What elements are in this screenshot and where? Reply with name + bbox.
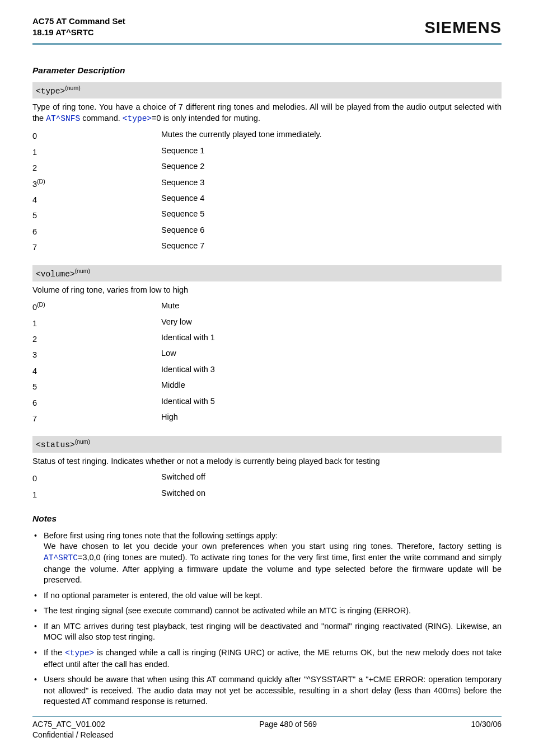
param-volume-desc: Volume of ring tone, varies from low to … (32, 285, 502, 296)
key: 4 (32, 367, 37, 375)
footer-page-number: Page 480 of 569 (259, 719, 317, 730)
val: Sequence 2 (161, 159, 502, 175)
val: Identical with 5 (161, 395, 502, 410)
text: If the (44, 648, 65, 657)
val: Very low (161, 315, 502, 331)
val: Switched off (161, 470, 502, 486)
val: Sequence 7 (161, 239, 502, 255)
table-row: 0Switched off (32, 470, 502, 486)
section-heading-param: Parameter Description (32, 65, 502, 77)
table-row: 4Sequence 4 (32, 191, 502, 207)
param-sup-type: (num) (65, 84, 80, 91)
text: Before first using ring tones note that … (44, 531, 278, 540)
val: Mute (161, 299, 502, 314)
key: 4 (32, 195, 37, 204)
text: We have chosen to let you decide your ow… (44, 542, 502, 551)
key: 6 (32, 398, 37, 407)
table-status: 0Switched off 1Switched on (32, 470, 502, 502)
key: 1 (32, 490, 37, 499)
sup: (D) (37, 301, 45, 308)
key: 0 (32, 132, 37, 140)
val: Sequence 4 (161, 191, 502, 207)
val: Sequence 5 (161, 207, 502, 223)
header-title-block: AC75 AT Command Set 18.19 AT^SRTC (32, 16, 125, 39)
footer-date: 10/30/06 (471, 719, 502, 730)
key: 0 (32, 474, 37, 483)
table-row: 3Low (32, 346, 502, 362)
link-at-srtc[interactable]: AT^SRTC (44, 553, 78, 562)
table-row: 0(D)Mute (32, 299, 502, 314)
val: Identical with 3 (161, 363, 502, 378)
footer-confidentiality: Confidential / Released (32, 730, 502, 740)
param-bar-type: <type>(num) (32, 82, 502, 98)
param-name-type: <type> (36, 87, 65, 96)
link-type-ref[interactable]: <type> (123, 114, 152, 123)
key: 1 (32, 148, 37, 157)
val: Identical with 1 (161, 331, 502, 346)
list-item: The test ringing signal (see execute com… (32, 605, 502, 617)
key: 5 (32, 211, 37, 220)
key: 7 (32, 414, 37, 423)
param-sup-status: (num) (75, 438, 90, 445)
table-row: 5Middle (32, 378, 502, 394)
key: 1 (32, 319, 37, 328)
val: Sequence 3 (161, 176, 502, 191)
text: is changed while a call is ringing (RING… (44, 648, 502, 669)
text: command. (80, 114, 123, 123)
table-row: 5Sequence 5 (32, 207, 502, 223)
param-type-desc: Type of ring tone. You have a choice of … (32, 102, 502, 124)
table-row: 7High (32, 410, 502, 426)
key: 0 (32, 303, 37, 312)
key: 3 (32, 179, 37, 188)
val: Middle (161, 378, 502, 394)
table-row: 0Mutes the currently played tone immedia… (32, 128, 502, 143)
table-type: 0Mutes the currently played tone immedia… (32, 128, 502, 255)
doc-title: AC75 AT Command Set (32, 16, 125, 27)
key: 5 (32, 382, 37, 391)
list-item: If no optional parameter is entered, the… (32, 590, 502, 602)
list-item: If the <type> is changed while a call is… (32, 647, 502, 670)
table-row: 7Sequence 7 (32, 239, 502, 255)
list-item: Users should be aware that when using th… (32, 674, 502, 707)
table-row: 1Switched on (32, 486, 502, 502)
param-bar-status: <status>(num) (32, 436, 502, 452)
list-item: If an MTC arrives during test playback, … (32, 621, 502, 643)
table-row: 6Sequence 6 (32, 223, 502, 239)
link-type-ref-2[interactable]: <type> (65, 649, 94, 658)
footer-divider (32, 716, 502, 717)
table-row: 1Very low (32, 315, 502, 331)
footer-doc-id: AC75_ATC_V01.002 (32, 719, 105, 730)
param-name-volume: <volume> (36, 269, 75, 278)
table-row: 2Sequence 2 (32, 159, 502, 175)
key: 2 (32, 163, 37, 172)
text: =3,0,0 (ring tones are muted). To activa… (44, 553, 502, 584)
table-volume: 0(D)Mute 1Very low 2Identical with 1 3Lo… (32, 299, 502, 426)
table-row: 1Sequence 1 (32, 144, 502, 159)
key: 7 (32, 243, 37, 252)
key: 3 (32, 350, 37, 359)
header-divider (32, 43, 502, 45)
table-row: 3(D)Sequence 3 (32, 176, 502, 191)
val: High (161, 410, 502, 426)
doc-section: 18.19 AT^SRTC (32, 27, 125, 38)
val: Sequence 1 (161, 144, 502, 159)
page-header: AC75 AT Command Set 18.19 AT^SRTC SIEMEN… (32, 16, 502, 39)
val: Mutes the currently played tone immediat… (161, 128, 502, 143)
table-row: 4Identical with 3 (32, 363, 502, 378)
param-sup-volume: (num) (75, 267, 90, 274)
key: 2 (32, 335, 37, 344)
brand-logo: SIEMENS (424, 16, 502, 39)
section-heading-notes: Notes (32, 513, 502, 525)
val: Switched on (161, 486, 502, 502)
key: 6 (32, 227, 37, 236)
val: Low (161, 346, 502, 362)
link-at-snfs[interactable]: AT^SNFS (46, 114, 80, 123)
param-name-status: <status> (36, 440, 75, 449)
table-row: 6Identical with 5 (32, 395, 502, 410)
notes-list: Before first using ring tones note that … (32, 530, 502, 707)
param-status-desc: Status of test ringing. Indicates whethe… (32, 456, 502, 467)
param-bar-volume: <volume>(num) (32, 265, 502, 281)
text: =0 is only intended for muting. (152, 114, 260, 123)
val: Sequence 6 (161, 223, 502, 239)
page-footer: AC75_ATC_V01.002 Page 480 of 569 10/30/0… (32, 716, 502, 740)
